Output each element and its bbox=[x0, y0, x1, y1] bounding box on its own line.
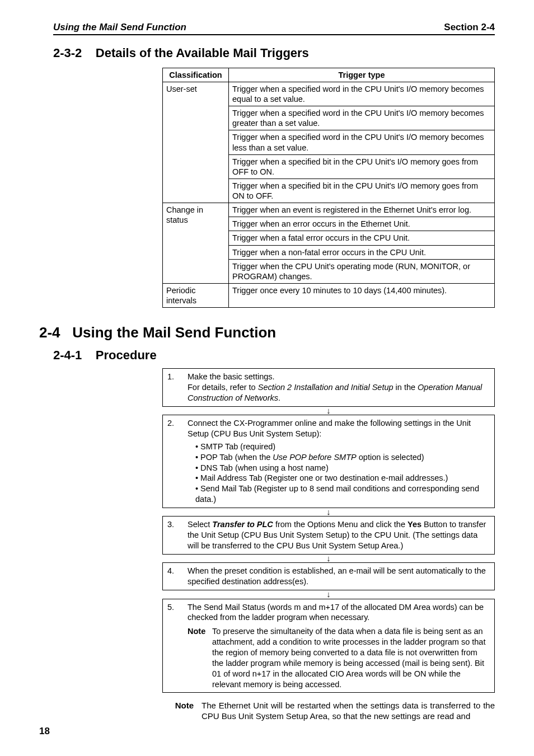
heading-2-3-2: 2-3-2 Details of the Available Mail Trig… bbox=[53, 45, 495, 61]
note-text: To preserve the simultaneity of the data… bbox=[212, 626, 490, 689]
bullet-item: Mail Address Tab (Register one or two de… bbox=[195, 473, 490, 483]
col-classification: Classification bbox=[163, 68, 229, 82]
step-body: When the preset condition is established… bbox=[188, 566, 490, 587]
flow-arrow: ↓ bbox=[162, 508, 495, 517]
page-number: 18 bbox=[39, 725, 50, 737]
cell-trigger: Trigger when a non-fatal error occurs in… bbox=[229, 245, 495, 259]
bullet-item: SMTP Tab (required) bbox=[195, 442, 490, 452]
cell-trigger: Trigger when a specified bit in the CPU … bbox=[229, 154, 495, 179]
step-number: 3. bbox=[167, 519, 188, 551]
step-body: Make the basic settings. For details, re… bbox=[188, 372, 490, 403]
cell-trigger: Trigger when a specified word in the CPU… bbox=[229, 82, 495, 106]
cell-trigger: Trigger when an event is registered in t… bbox=[229, 203, 495, 217]
procedure-step-4: 4. When the preset condition is establis… bbox=[162, 562, 495, 590]
flow-arrow: ↓ bbox=[162, 406, 495, 416]
procedure-step-1: 1. Make the basic settings. For details,… bbox=[162, 368, 495, 407]
running-header-right: Section 2-4 bbox=[444, 21, 495, 33]
cell-trigger: Trigger when an error occurs in the Ethe… bbox=[229, 217, 495, 231]
cell-trigger: Trigger when a specified word in the CPU… bbox=[229, 106, 495, 130]
note-label: Note bbox=[188, 626, 212, 689]
bullet-item: Send Mail Tab (Register up to 8 send mai… bbox=[195, 483, 490, 505]
cell-trigger: Trigger when the CPU Unit's operating mo… bbox=[229, 259, 495, 283]
heading-2-4-1: 2-4-1 Procedure bbox=[53, 348, 495, 363]
col-trigger-type: Trigger type bbox=[229, 68, 495, 82]
step-number: 4. bbox=[167, 566, 188, 587]
step-body: Connect the CX-Programmer online and mak… bbox=[188, 418, 490, 505]
bullet-item: DNS Tab (when using a host name) bbox=[195, 463, 490, 473]
running-header-left: Using the Mail Send Function bbox=[53, 21, 186, 33]
cell-classification: Periodic intervals bbox=[163, 283, 229, 307]
cell-classification: User-set bbox=[163, 82, 229, 203]
cell-trigger: Trigger when a specified bit in the CPU … bbox=[229, 179, 495, 203]
cell-trigger: Trigger when a specified word in the CPU… bbox=[229, 130, 495, 154]
procedure-step-3: 3. Select Transfer to PLC from the Optio… bbox=[162, 516, 495, 555]
procedure-step-2: 2. Connect the CX-Programmer online and … bbox=[162, 415, 495, 508]
step-body: The Send Mail Status (words m and m+17 o… bbox=[188, 602, 490, 690]
cell-classification: Change in status bbox=[163, 203, 229, 284]
flow-arrow: ↓ bbox=[162, 590, 495, 599]
note-body: The Ethernet Unit will be restarted when… bbox=[202, 701, 495, 722]
heading-2-4: 2-4 Using the Mail Send Function bbox=[39, 323, 495, 342]
triggers-table: Classification Trigger type User-set Tri… bbox=[162, 68, 495, 308]
cell-trigger: Trigger when a fatal error occurs in the… bbox=[229, 231, 495, 245]
page-note: Note The Ethernet Unit will be restarted… bbox=[162, 701, 495, 722]
cell-trigger: Trigger once every 10 minutes to 10 days… bbox=[229, 283, 495, 307]
step-body: Select Transfer to PLC from the Options … bbox=[188, 519, 490, 551]
procedure-step-5: 5. The Send Mail Status (words m and m+1… bbox=[162, 599, 495, 693]
step-number: 2. bbox=[167, 418, 188, 505]
step-number: 5. bbox=[167, 602, 188, 690]
step-number: 1. bbox=[167, 372, 188, 403]
flow-arrow: ↓ bbox=[162, 554, 495, 564]
note-label: Note bbox=[162, 701, 202, 722]
bullet-item: POP Tab (when the Use POP before SMTP op… bbox=[195, 452, 490, 463]
